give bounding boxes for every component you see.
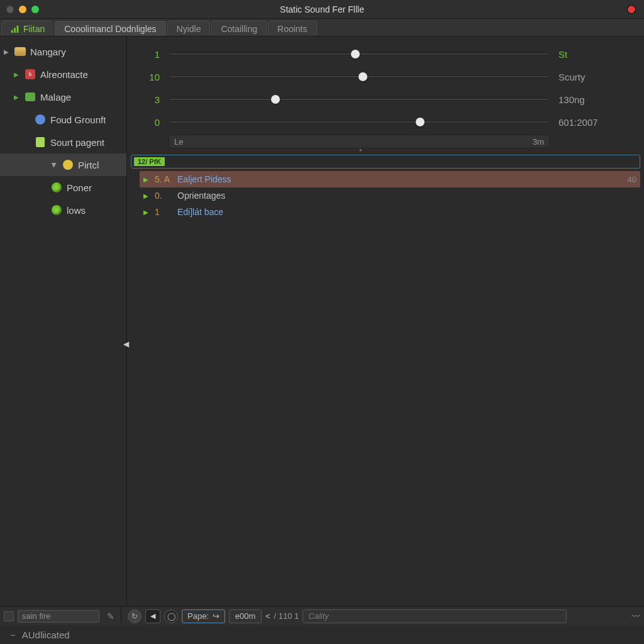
tab-label: Fiitan xyxy=(23,24,45,34)
tree-label: lows xyxy=(67,205,86,216)
timeline-ruler[interactable]: Le ● 3m xyxy=(137,135,634,148)
sidebar: ▶ Nangary ▶ lı Alreontacte ▶ Malage Foud… xyxy=(0,36,127,606)
search-bar[interactable]: 12/ PfK xyxy=(131,155,640,169)
expand-arrow-icon[interactable]: ▶ xyxy=(3,48,10,55)
minimize-window-button[interactable] xyxy=(19,6,26,13)
svg-rect-0 xyxy=(11,30,13,32)
note-icon xyxy=(34,136,47,148)
result-list: ▶ 5. A Ealjert Pidess 40 ▶ 0. Oprientage… xyxy=(140,171,640,220)
tree-label: Sourt pagent xyxy=(50,137,104,148)
tab-label: Cotailling xyxy=(221,24,257,34)
play-arrow-icon: ▶ xyxy=(143,209,150,216)
tab-label: Cooolimancl Dodnligles xyxy=(64,24,156,34)
svg-rect-2 xyxy=(17,25,19,32)
result-text: Oprientages xyxy=(177,191,225,201)
slider-row-2: 3 130ng xyxy=(137,88,634,111)
redo-icon: ↪ xyxy=(213,611,219,621)
slider-row-3: 0 601:2007 xyxy=(137,111,634,133)
expand-arrow-icon[interactable]: ▶ xyxy=(13,94,20,101)
slider-value: 10 xyxy=(137,72,160,82)
tab-rooints[interactable]: Rooints xyxy=(268,21,316,36)
page-label: Pape: xyxy=(187,611,209,621)
tree-item-pirtcl[interactable]: ✕ ▶ Pirtcl xyxy=(0,153,126,176)
tree-item-poner[interactable]: Poner xyxy=(0,176,126,199)
page-selector[interactable]: Pape: ↪ xyxy=(182,609,225,623)
tab-label: Rooints xyxy=(277,24,307,34)
tab-cotailling[interactable]: Cotailling xyxy=(211,21,267,36)
page-nav: < / 110 1 xyxy=(265,611,299,621)
ruler-tick-icon: ● xyxy=(359,147,362,153)
tree-item-lows[interactable]: lows xyxy=(0,199,126,221)
status-text: AUdliicated xyxy=(22,630,70,640)
zoom-input[interactable] xyxy=(229,609,262,623)
slider-label: 130ng xyxy=(558,94,634,105)
slider-thumb-icon[interactable] xyxy=(271,95,280,104)
result-row-2[interactable]: ▶ 1 Edi]lát bace xyxy=(140,204,640,220)
globe-icon xyxy=(34,113,47,126)
filter-placeholder: Cality xyxy=(308,611,329,621)
status-bar: − AUdliicated xyxy=(0,625,644,644)
slider-2[interactable] xyxy=(169,98,550,101)
more-icon[interactable]: 〰 xyxy=(631,611,640,621)
tree-item-foud[interactable]: Foud Grounft xyxy=(0,108,126,131)
search-count-badge: 12/ PfK xyxy=(134,157,165,166)
record-button[interactable]: ◯ xyxy=(164,609,178,623)
filter-input[interactable]: Cality xyxy=(303,609,567,623)
window-title: Static Sound Fer Fllle xyxy=(0,4,644,14)
separator xyxy=(121,607,121,625)
result-end-value: 40 xyxy=(628,175,636,184)
tab-nyidle[interactable]: Nyidle xyxy=(167,21,211,36)
result-text: Edi]lát bace xyxy=(177,207,223,217)
slider-value: 0 xyxy=(137,117,160,128)
tree-item-malage[interactable]: ▶ Malage xyxy=(0,86,126,108)
chevron-left-icon[interactable]: < xyxy=(265,611,270,621)
slider-thumb-icon[interactable] xyxy=(416,118,425,126)
tree-item-alreontacte[interactable]: ▶ lı Alreontacte xyxy=(0,63,126,86)
svg-rect-1 xyxy=(14,28,16,33)
collapse-sidebar-icon[interactable]: ◀ xyxy=(123,340,129,348)
coin-icon xyxy=(62,158,74,171)
collapse-icon[interactable]: − xyxy=(10,630,16,640)
slider-label: Scurty xyxy=(558,72,634,82)
slider-row-1: 10 Scurty xyxy=(137,65,634,88)
orb-icon xyxy=(50,204,63,216)
tree-item-nangary[interactable]: ▶ Nangary xyxy=(0,40,126,63)
color-swatch[interactable] xyxy=(4,611,14,621)
ruler-left-label: Le xyxy=(174,137,183,147)
recording-indicator-icon xyxy=(628,6,635,13)
slider-0[interactable] xyxy=(169,53,550,55)
tree-label: Nangary xyxy=(30,47,66,57)
result-text: Ealjert Pidess xyxy=(177,174,231,184)
slider-1[interactable] xyxy=(169,75,550,78)
tab-label: Nyidle xyxy=(177,24,201,34)
edit-icon[interactable]: ✎ xyxy=(107,611,114,621)
prev-button[interactable]: ◀ xyxy=(145,609,160,623)
folder-icon xyxy=(14,45,26,58)
tree-label: Alreontacte xyxy=(40,69,88,80)
tree-label: Pirtcl xyxy=(78,160,99,170)
slider-3[interactable] xyxy=(169,121,550,123)
slider-panel: 1 St 10 Scurty 3 130ng xyxy=(127,36,644,151)
result-row-0[interactable]: ▶ 5. A Ealjert Pidess 40 xyxy=(140,171,640,187)
tree-label: Foud Grounft xyxy=(50,114,106,125)
refresh-button[interactable]: ↻ xyxy=(128,609,142,623)
zoom-window-button[interactable] xyxy=(31,6,39,13)
expand-arrow-icon[interactable]: ▶ xyxy=(13,71,20,78)
tab-bar: Fiitan Cooolimancl Dodnligles Nyidle Cot… xyxy=(0,19,644,36)
close-window-button[interactable] xyxy=(6,6,14,13)
tab-fiitan[interactable]: Fiitan xyxy=(1,21,53,36)
orb-icon xyxy=(50,181,63,194)
tree-view: ▶ Nangary ▶ lı Alreontacte ▶ Malage Foud… xyxy=(0,36,126,221)
window-controls xyxy=(6,6,39,13)
slider-thumb-icon[interactable] xyxy=(351,50,360,58)
collapse-arrow-icon[interactable]: ▶ xyxy=(51,161,58,169)
bottom-toolbar: ✎ ↻ ◀ ◯ Pape: ↪ < / 110 1 Cality 〰 xyxy=(0,606,644,625)
slider-label: St xyxy=(558,49,634,60)
page-count: / 110 1 xyxy=(274,611,299,621)
result-row-1[interactable]: ▶ 0. Oprientages xyxy=(140,187,640,204)
result-number: 5. A xyxy=(155,174,172,184)
name-input[interactable] xyxy=(18,610,99,623)
tree-item-sourt[interactable]: Sourt pagent xyxy=(0,131,126,153)
slider-thumb-icon[interactable] xyxy=(358,72,367,81)
tab-coolimancl[interactable]: Cooolimancl Dodnligles xyxy=(55,21,165,36)
